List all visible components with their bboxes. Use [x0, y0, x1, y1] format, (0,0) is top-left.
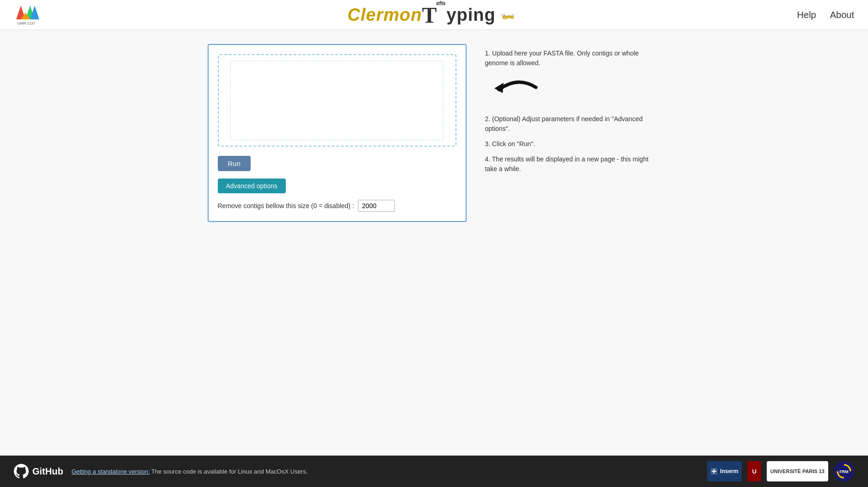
svg-rect-10 — [443, 2, 444, 3]
svg-line-15 — [501, 15, 504, 17]
brand-t: T — [422, 3, 437, 27]
contigs-label: Remove contigs bellow this size (0 = dis… — [218, 202, 354, 210]
contigs-input[interactable] — [358, 200, 395, 212]
about-link[interactable]: About — [830, 10, 854, 20]
inserm-icon — [711, 468, 717, 475]
brand-decoration — [498, 12, 521, 21]
instruction-step3: 3. Click on "Run". — [485, 139, 661, 149]
svg-point-14 — [510, 16, 514, 19]
logo-area: UMR 1137 infection • Antimicrobials • Mo… — [14, 3, 55, 26]
keyboard-icon — [436, 0, 445, 6]
svg-marker-20 — [494, 83, 504, 93]
contigs-row: Remove contigs bellow this size (0 = dis… — [218, 200, 456, 212]
github-link[interactable]: GitHub — [14, 464, 63, 479]
run-button[interactable]: Run — [218, 156, 251, 171]
svg-text:infection • Antimicrobials • M: infection • Antimicrobials • Modelling• … — [14, 26, 55, 26]
instruction-step4: 4. The results will be displayed in a ne… — [485, 154, 661, 174]
svg-rect-9 — [441, 2, 442, 3]
instruction-step2: 2. (Optional) Adjust parameters if neede… — [485, 114, 661, 134]
brand-title: Clermon T yping — [347, 2, 520, 28]
brand-area: Clermon T yping — [347, 2, 520, 28]
arrow-indicator — [490, 74, 661, 108]
svg-text:FRM: FRM — [839, 469, 849, 474]
instruction-step1: 1. Upload here your FASTA file. Only con… — [485, 49, 661, 68]
upload-panel: Run Advanced options Remove contigs bell… — [208, 44, 467, 222]
ul-logo: U — [747, 461, 761, 481]
footer-standalone-text: Getting a standalone version: The source… — [72, 468, 308, 475]
file-dropzone[interactable] — [218, 54, 456, 147]
advanced-options-button[interactable]: Advanced options — [218, 179, 286, 193]
svg-rect-7 — [437, 2, 438, 3]
main-content: Run Advanced options Remove contigs bell… — [0, 30, 868, 456]
footer-logos: Inserm U UNIVERSITÉ PARIS 13 FRM — [707, 461, 854, 481]
iame-logo: UMR 1137 infection • Antimicrobials • Mo… — [14, 3, 55, 26]
frm-logo: FRM — [834, 461, 854, 481]
brand-clermon: Clermon — [347, 5, 422, 25]
header-nav: Help About — [797, 10, 854, 20]
inserm-logo: Inserm — [707, 461, 742, 481]
paris13-logo: UNIVERSITÉ PARIS 13 — [767, 461, 828, 481]
svg-text:UMR 1137: UMR 1137 — [18, 21, 36, 25]
instructions-panel: 1. Upload here your FASTA file. Only con… — [485, 44, 661, 179]
footer: GitHub Getting a standalone version: The… — [0, 456, 868, 487]
standalone-link[interactable]: Getting a standalone version: — [72, 468, 150, 475]
svg-rect-11 — [437, 4, 443, 4]
svg-rect-6 — [436, 2, 445, 5]
frm-circle-logo: FRM — [834, 461, 854, 481]
svg-rect-8 — [439, 2, 440, 3]
dropzone-inner — [230, 61, 443, 140]
header: UMR 1137 infection • Antimicrobials • Mo… — [0, 0, 868, 30]
github-label: GitHub — [32, 466, 63, 477]
help-link[interactable]: Help — [797, 10, 816, 20]
brand-yping: yping — [446, 5, 495, 25]
footer-left: GitHub Getting a standalone version: The… — [14, 464, 308, 479]
arrow-svg — [490, 74, 541, 106]
github-icon — [14, 464, 29, 479]
